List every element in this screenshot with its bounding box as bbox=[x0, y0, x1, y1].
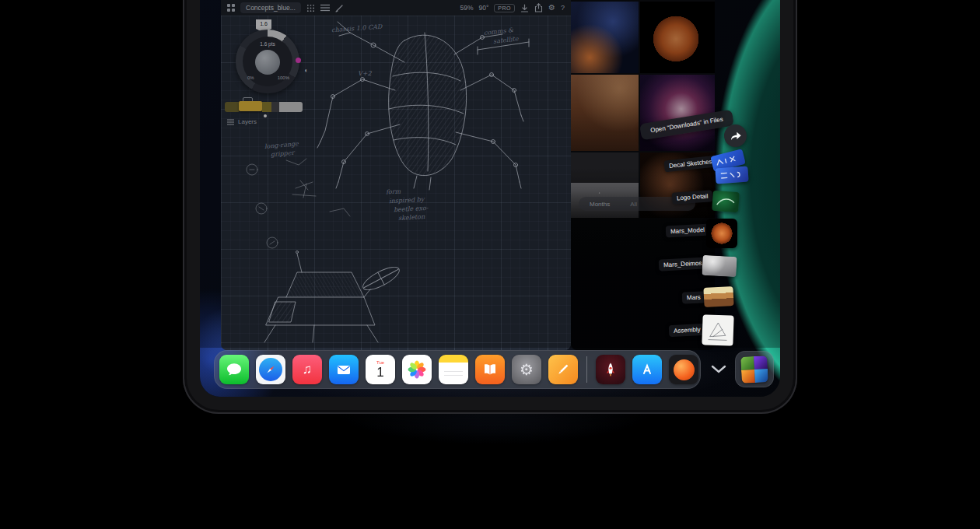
chevron-down-icon[interactable] bbox=[710, 363, 727, 375]
drag-thumb-decal-2[interactable] bbox=[715, 166, 748, 184]
notes-app-icon[interactable] bbox=[439, 355, 468, 384]
stack-photo-purple bbox=[754, 356, 768, 370]
drag-label-logo-detail: Logo Detail bbox=[672, 190, 713, 205]
open-in-files-banner[interactable]: Open “Downloads” in Files bbox=[639, 110, 734, 141]
drag-thumb-assembly[interactable] bbox=[702, 314, 733, 345]
drag-label-mars-model: Mars_Model bbox=[666, 224, 710, 238]
safari-app-icon[interactable] bbox=[256, 355, 285, 384]
music-note-icon: ♫ bbox=[303, 362, 313, 377]
drag-thumb-mars-model[interactable] bbox=[706, 219, 737, 248]
orange-ring-app-icon[interactable] bbox=[669, 355, 698, 384]
compass-dial-icon bbox=[259, 358, 282, 381]
forward-arrow-icon bbox=[730, 131, 742, 142]
floor-glow bbox=[327, 411, 661, 447]
stack-photo-orange bbox=[741, 370, 755, 384]
music-app-icon[interactable]: ♫ bbox=[292, 355, 322, 384]
drag-label-mars-deimos: Mars_Deimos bbox=[659, 257, 707, 271]
dock: ♫ Tue 1 bbox=[214, 350, 701, 389]
messages-app-icon[interactable] bbox=[219, 355, 249, 384]
sketch-app-icon[interactable] bbox=[548, 355, 578, 384]
calendar-app-icon[interactable]: Tue 1 bbox=[366, 355, 395, 384]
photo-stack-tile bbox=[740, 356, 768, 384]
share-forward-bubble[interactable] bbox=[724, 124, 747, 147]
drag-and-drop-layer: Open “Downloads” in Files Decal Sketches… bbox=[200, 0, 780, 397]
chat-bubble-icon bbox=[225, 360, 243, 379]
orange-disc-icon bbox=[674, 359, 695, 380]
dock-divider bbox=[586, 356, 587, 383]
photos-app-icon[interactable] bbox=[402, 355, 432, 384]
marketing-stage: Concepts_blue... 59% 90° PRO bbox=[0, 0, 980, 529]
pencil-icon bbox=[555, 361, 572, 378]
photo-stack-widget[interactable] bbox=[735, 351, 774, 387]
app-store-a-icon bbox=[638, 360, 656, 379]
books-app-icon[interactable] bbox=[475, 355, 505, 384]
drag-thumb-mars-deimos[interactable] bbox=[702, 255, 737, 277]
drag-label-mars: Mars bbox=[682, 291, 705, 303]
envelope-icon bbox=[334, 360, 353, 379]
mail-app-icon[interactable] bbox=[329, 355, 359, 384]
stack-photo-green bbox=[740, 356, 754, 370]
ipad-device: Concepts_blue... 59% 90° PRO bbox=[183, 0, 797, 414]
flower-icon bbox=[406, 359, 428, 380]
stack-photo-blue bbox=[754, 369, 768, 383]
open-book-icon bbox=[481, 360, 499, 379]
app-store-app-icon[interactable] bbox=[632, 355, 662, 384]
drag-label-assembly: Assembly bbox=[669, 324, 705, 337]
calendar-day: 1 bbox=[376, 366, 383, 379]
settings-app-icon[interactable]: ⚙ bbox=[512, 355, 541, 384]
gear-icon: ⚙ bbox=[520, 360, 534, 379]
drag-label-decal-sketches: Decal Sketches bbox=[663, 156, 717, 173]
rocket-icon bbox=[601, 360, 620, 379]
rocket-app-icon[interactable] bbox=[596, 355, 625, 384]
drag-thumb-mars[interactable] bbox=[703, 286, 733, 307]
ipad-screen: Concepts_blue... 59% 90° PRO bbox=[200, 0, 780, 397]
drag-thumb-logo-detail[interactable] bbox=[712, 191, 740, 212]
